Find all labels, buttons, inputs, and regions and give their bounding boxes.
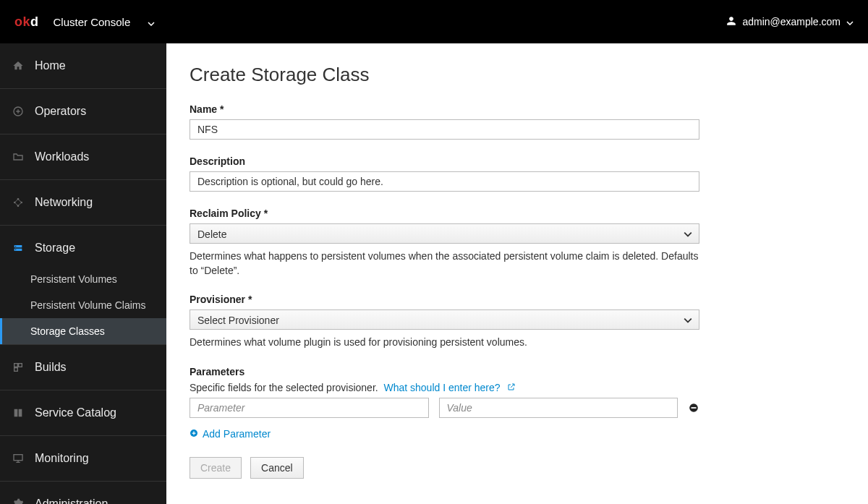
folder-icon	[12, 150, 25, 163]
field-provisioner: Provisioner * Select Provisioner Determi…	[190, 294, 699, 350]
logo: okd	[14, 14, 39, 30]
cancel-button[interactable]: Cancel	[250, 457, 304, 479]
create-button[interactable]: Create	[190, 457, 242, 479]
name-input[interactable]	[190, 119, 699, 140]
parameters-help-link[interactable]: What should I enter here?	[383, 382, 515, 393]
logo-ok: ok	[14, 14, 30, 29]
svg-rect-10	[14, 455, 22, 461]
sidebar-item-label: Storage	[35, 242, 75, 255]
reclaim-label: Reclaim Policy *	[190, 208, 699, 219]
sidebar-item-builds[interactable]: Builds	[0, 345, 166, 390]
sidebar-item-home[interactable]: Home	[0, 43, 166, 89]
sidebar-item-label: Persistent Volumes	[30, 273, 117, 285]
plus-circle-icon	[190, 428, 198, 440]
gear-icon	[12, 497, 25, 504]
sidebar-sub-storageclasses[interactable]: Storage Classes	[0, 318, 166, 344]
svg-point-5	[15, 246, 16, 247]
description-label: Description	[190, 155, 699, 167]
sidebar-sub-pvc[interactable]: Persistent Volume Claims	[0, 292, 166, 318]
provisioner-select[interactable]: Select Provisioner	[190, 309, 699, 330]
page-title: Create Storage Class	[190, 64, 845, 86]
field-parameters: Parameters Specific fields for the selec…	[190, 366, 699, 440]
sidebar-item-label: Workloads	[35, 150, 89, 163]
reclaim-value: Delete	[197, 228, 226, 240]
network-icon	[12, 196, 25, 209]
field-description: Description	[190, 155, 699, 192]
svg-point-3	[17, 205, 20, 207]
console-selector[interactable]: Cluster Console	[54, 16, 156, 28]
topbar: okd Cluster Console admin@example.com	[0, 0, 868, 43]
sidebar-item-label: Service Catalog	[35, 406, 116, 419]
provisioner-help: Determines what volume plugin is used fo…	[190, 336, 699, 350]
svg-point-6	[15, 249, 16, 250]
svg-point-2	[17, 198, 20, 200]
field-name: Name *	[190, 103, 699, 140]
field-reclaim: Reclaim Policy * Delete Determines what …	[190, 208, 699, 278]
user-icon	[726, 16, 736, 28]
svg-point-1	[14, 202, 16, 204]
provisioner-label: Provisioner *	[190, 294, 699, 305]
parameter-row	[190, 398, 699, 418]
sidebar-item-label: Operators	[35, 105, 86, 118]
remove-parameter-button[interactable]	[688, 402, 699, 414]
sidebar-item-catalog[interactable]: Service Catalog	[0, 390, 166, 436]
parameters-label: Parameters	[190, 366, 699, 377]
sidebar-item-administration[interactable]: Administration	[0, 482, 166, 504]
sidebar-item-operators[interactable]: Operators	[0, 89, 166, 134]
user-menu[interactable]: admin@example.com	[726, 16, 854, 28]
svg-rect-12	[692, 407, 697, 409]
sidebar-item-label: Persistent Volume Claims	[30, 299, 146, 311]
sidebar-item-label: Administration	[35, 497, 108, 504]
main-content: Create Storage Class Name * Description …	[166, 43, 868, 504]
parameters-subtitle: Specific fields for the selected provisi…	[190, 382, 699, 393]
sidebar-sub-pv[interactable]: Persistent Volumes	[0, 266, 166, 292]
svg-rect-9	[14, 368, 18, 372]
sidebar-item-workloads[interactable]: Workloads	[0, 134, 166, 180]
sidebar-item-networking[interactable]: Networking	[0, 180, 166, 226]
add-parameter-button[interactable]: Add Parameter	[190, 428, 271, 440]
sidebar-storage-sub: Persistent Volumes Persistent Volume Cla…	[0, 266, 166, 345]
chevron-down-icon	[148, 16, 155, 28]
provisioner-value: Select Provisioner	[197, 315, 279, 326]
description-input[interactable]	[190, 171, 699, 192]
builds-icon	[12, 361, 25, 374]
external-link-icon	[507, 382, 516, 393]
parameter-value-input[interactable]	[439, 398, 678, 418]
parameter-name-input[interactable]	[190, 398, 429, 418]
sidebar: Home Operators Workloads Networking Stor…	[0, 43, 166, 504]
reclaim-select[interactable]: Delete	[190, 223, 699, 244]
sidebar-item-label: Storage Classes	[30, 325, 105, 337]
monitor-icon	[12, 452, 25, 465]
chevron-down-icon	[846, 16, 854, 27]
user-label: admin@example.com	[742, 16, 841, 27]
catalog-icon	[12, 406, 25, 419]
form-actions: Create Cancel	[190, 457, 845, 479]
logo-d: d	[30, 14, 39, 29]
sidebar-item-label: Builds	[35, 361, 67, 374]
svg-rect-7	[14, 364, 18, 367]
sidebar-item-monitoring[interactable]: Monitoring	[0, 436, 166, 482]
sidebar-item-label: Home	[35, 59, 66, 72]
svg-point-4	[20, 202, 22, 204]
reclaim-help: Determines what happens to persistent vo…	[190, 249, 699, 278]
home-icon	[12, 59, 25, 72]
storage-icon	[12, 242, 25, 255]
console-label: Cluster Console	[54, 16, 131, 28]
svg-rect-8	[19, 364, 22, 367]
operators-icon	[12, 105, 25, 118]
name-label: Name *	[190, 103, 699, 115]
sidebar-item-storage[interactable]: Storage	[0, 226, 166, 266]
sidebar-item-label: Monitoring	[35, 452, 89, 465]
sidebar-item-label: Networking	[35, 196, 93, 209]
